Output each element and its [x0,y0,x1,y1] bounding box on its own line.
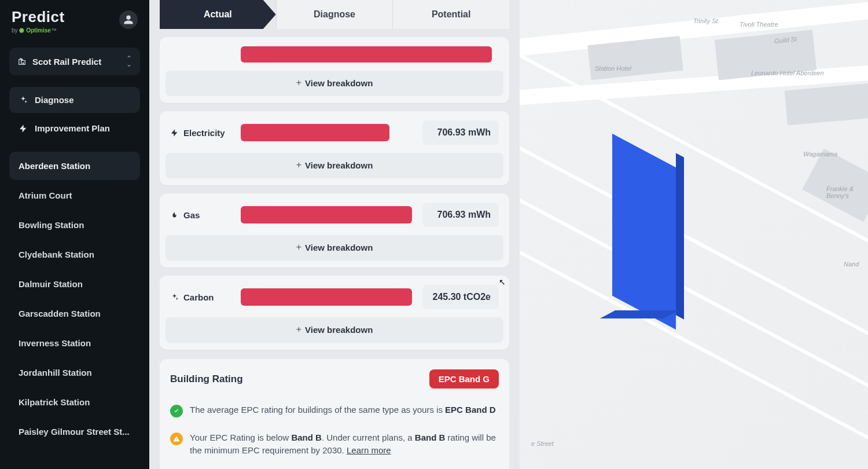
metric-label-gas: Gas [170,210,234,220]
plus-icon: + [296,78,301,88]
station-list[interactable]: Aberdeen Station Atrium Court Bowling St… [6,151,144,469]
metric-bar [241,206,412,223]
mode-tabs: Actual Diagnose Potential [160,0,509,29]
learn-more-link[interactable]: Learn more [347,445,391,455]
selected-building-3d[interactable] [566,162,740,336]
advisory-list: The average EPC rating for buildings of … [170,397,499,469]
sparkle-icon [170,293,179,302]
map-label: Tivoli Theatre [740,21,778,28]
station-item[interactable]: Jordanhill Station [9,358,140,387]
warning-icon [170,433,183,445]
check-icon [170,405,183,417]
tab-diagnose[interactable]: Diagnose [276,0,393,29]
view-breakdown-button[interactable]: +View breakdown [165,153,503,178]
station-item[interactable]: Kilpatrick Station [9,388,140,416]
plus-icon: + [296,160,301,170]
nav-diagnose-label: Diagnose [35,95,74,105]
main-area: Actual Diagnose Potential +View breakdow… [149,0,868,469]
metric-value-gas: 706.93 mWh [422,203,499,227]
tab-potential[interactable]: Potential [392,0,509,29]
metric-value-electricity: 706.93 mWh [422,120,499,145]
map-label: e Street [531,440,554,447]
map-label: Nand [844,261,859,268]
metric-value-carbon: 245.30 tCO2e [422,285,499,309]
detail-panel[interactable]: Actual Diagnose Potential +View breakdow… [149,0,520,469]
account-avatar-button[interactable] [119,10,138,29]
tab-actual[interactable]: Actual [160,0,276,29]
building-rating-card: Building Rating EPC Band G The average E… [160,359,509,469]
advisory-item: The average EPC rating for buildings of … [170,397,499,424]
brand-header: Predict by ⬣ Optimise™ [6,5,144,39]
view-breakdown-button[interactable]: +View breakdown [165,71,503,96]
nav-diagnose[interactable]: Diagnose [9,87,140,113]
station-item[interactable]: Inverness Station [9,329,140,357]
station-item[interactable]: Clydebank Station [9,240,140,269]
metric-card-partial: +View breakdown [160,37,509,103]
chevron-updown-icon: ⌃⌄ [126,56,132,67]
advisory-item: Your EPC Rating is below Band C. Under c… [170,464,499,470]
plus-icon: + [296,324,301,335]
sidebar: Predict by ⬣ Optimise™ Scot Rail Predict… [0,0,149,469]
metric-label-carbon: Carbon [170,292,234,302]
station-item[interactable]: Bowling Station [9,211,140,239]
station-item[interactable]: Dalmuir Station [9,270,140,298]
station-item[interactable]: Garscadden Station [9,299,140,328]
map-label: Station Hotel [595,65,631,72]
metric-bar [241,124,389,141]
advisory-text: Your EPC Rating is below Band B. Under c… [190,431,499,457]
advisory-item: Your EPC Rating is below Band B. Under c… [170,424,499,464]
rating-title: Building Rating [170,373,243,385]
epc-badge: EPC Band G [429,369,499,389]
metric-bar [241,46,492,63]
brand-title: Predict [12,8,65,26]
bolt-icon [170,129,179,137]
metric-card-carbon: Carbon 245.30 tCO2e +View breakdown [160,276,509,350]
plus-icon: + [296,242,301,252]
brand-subtitle: by ⬣ Optimise™ [12,27,65,34]
flame-icon [170,211,179,219]
project-name: Scot Rail Predict [32,57,120,67]
view-breakdown-button[interactable]: +View breakdown [165,317,503,343]
metric-label-electricity: Electricity [170,128,234,138]
station-item[interactable]: Aberdeen Station [9,152,140,180]
nav-improvement-plan[interactable]: Improvement Plan [9,115,140,141]
station-item[interactable]: Atrium Court [9,181,140,210]
map-view[interactable]: Trinity St Tivoli Theatre Station Hotel … [520,0,868,469]
view-breakdown-button[interactable]: +View breakdown [165,235,503,261]
user-icon [123,14,134,25]
metric-card-gas: Gas 706.93 mWh +View breakdown [160,193,509,268]
project-selector[interactable]: Scot Rail Predict ⌃⌄ [9,47,140,75]
map-label: Trinity St [693,17,718,24]
nav-improvement-label: Improvement Plan [35,123,110,133]
building-icon [17,57,27,66]
advisory-text: The average EPC rating for buildings of … [190,404,496,416]
map-label: Frankie & Benny's [826,185,868,199]
station-item[interactable]: Paisley Gilmour Street St... [9,417,140,446]
map-label: Wagamama [803,151,837,157]
bolt-icon [19,124,28,133]
metric-card-electricity: Electricity 706.93 mWh +View breakdown [160,111,509,185]
sparkle-icon [19,96,28,105]
metric-bar [241,288,412,306]
map-label: Leonardo Hotel Aberdeen [751,69,824,76]
